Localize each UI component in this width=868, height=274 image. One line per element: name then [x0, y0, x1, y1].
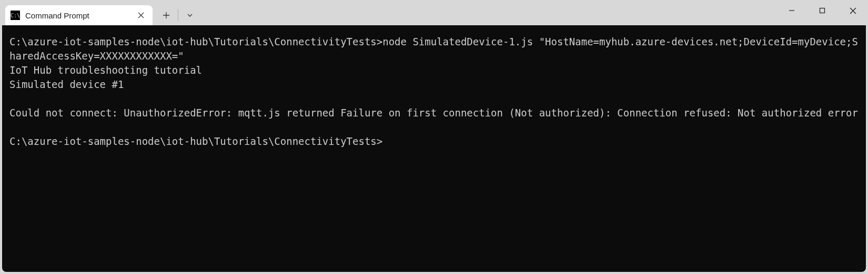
tab-command-prompt[interactable]: C:\ Command Prompt: [5, 5, 153, 25]
close-icon: [138, 12, 144, 18]
terminal-line: Simulated device #1: [9, 77, 859, 92]
close-icon: [850, 7, 856, 14]
terminal-line: C:\azure-iot-samples-node\iot-hub\Tutori…: [9, 35, 859, 63]
chevron-down-icon: [187, 12, 193, 18]
close-window-button[interactable]: [837, 0, 868, 21]
titlebar: C:\ Command Prompt: [0, 0, 868, 25]
cmd-icon: C:\: [11, 11, 20, 20]
close-tab-button[interactable]: [136, 10, 146, 21]
divider: [178, 9, 178, 21]
svg-rect-0: [820, 8, 825, 13]
terminal-line: IoT Hub troubleshooting tutorial: [9, 63, 859, 77]
minimize-button[interactable]: [776, 0, 807, 21]
maximize-button[interactable]: [807, 0, 837, 21]
plus-icon: [163, 12, 170, 19]
maximize-icon: [819, 7, 825, 14]
terminal-line: Could not connect: UnauthorizedError: mq…: [9, 106, 859, 120]
tab-dropdown-button[interactable]: [180, 7, 199, 24]
minimize-icon: [789, 7, 795, 14]
terminal-window: C:\ Command Prompt: [0, 0, 868, 274]
tab-actions: [153, 5, 204, 25]
terminal-line: [9, 92, 859, 106]
terminal-line: C:\azure-iot-samples-node\iot-hub\Tutori…: [9, 134, 859, 149]
new-tab-button[interactable]: [157, 7, 176, 24]
terminal-line: [9, 120, 859, 134]
window-controls: [776, 0, 868, 21]
terminal-output[interactable]: C:\azure-iot-samples-node\iot-hub\Tutori…: [2, 25, 866, 272]
tab-title: Command Prompt: [25, 11, 130, 20]
